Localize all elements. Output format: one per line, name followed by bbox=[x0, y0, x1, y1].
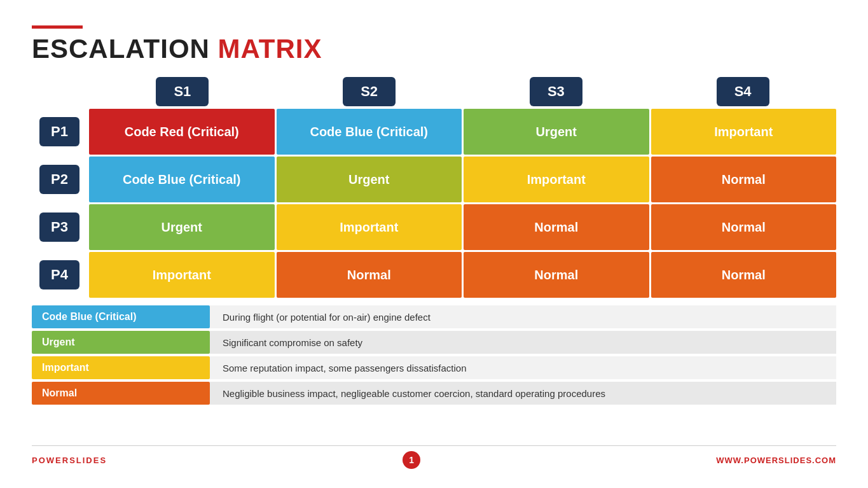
legend-badge-important: Important bbox=[32, 356, 210, 379]
cell-p4-s2: Normal bbox=[277, 252, 462, 298]
col-header-s1: S1 bbox=[89, 77, 276, 106]
footer-page-number: 1 bbox=[403, 451, 420, 469]
legend-row-normal: Normal Negligible business impact, negli… bbox=[32, 382, 836, 405]
p3-label: P3 bbox=[32, 204, 87, 250]
matrix-row-p2: P2 Code Blue (Critical) Urgent Important… bbox=[32, 157, 836, 202]
p2-label: P2 bbox=[32, 157, 87, 202]
legend-badge-urgent: Urgent bbox=[32, 331, 210, 354]
s4-badge: S4 bbox=[717, 77, 769, 106]
p1-label: P1 bbox=[32, 109, 87, 155]
matrix-row-p4: P4 Important Normal Normal Normal bbox=[32, 252, 836, 298]
cell-p1-s4: Important bbox=[651, 109, 837, 155]
cell-p2-s2: Urgent bbox=[277, 157, 462, 202]
legend-badge-normal: Normal bbox=[32, 382, 210, 405]
footer: POWERSLIDES 1 WWW.POWERSLIDES.COM bbox=[32, 445, 836, 469]
cell-p4-s4: Normal bbox=[651, 252, 837, 298]
legend-row-urgent: Urgent Significant compromise on safety bbox=[32, 331, 836, 354]
matrix-row-p3: P3 Urgent Important Normal Normal bbox=[32, 204, 836, 250]
legend-text-normal: Negligible business impact, negligeable … bbox=[210, 382, 836, 405]
legend-section: Code Blue (Critical) During flight (or p… bbox=[32, 305, 836, 405]
legend-text-urgent: Significant compromise on safety bbox=[210, 331, 836, 354]
s1-badge: S1 bbox=[156, 77, 209, 106]
page-title: ESCALATION MATRIX bbox=[32, 34, 836, 64]
header: ESCALATION MATRIX bbox=[32, 25, 836, 64]
cell-p1-s2: Code Blue (Critical) bbox=[277, 109, 462, 155]
p2-badge: P2 bbox=[39, 165, 79, 194]
legend-badge-code-blue: Code Blue (Critical) bbox=[32, 305, 210, 328]
col-header-s4: S4 bbox=[649, 77, 836, 106]
s3-badge: S3 bbox=[530, 77, 582, 106]
footer-url: WWW.POWERSLIDES.COM bbox=[716, 456, 836, 465]
legend-text-code-blue: During flight (or potential for on-air) … bbox=[210, 305, 836, 328]
col-header-s2: S2 bbox=[276, 77, 463, 106]
cell-p3-s1: Urgent bbox=[89, 204, 275, 250]
page: ESCALATION MATRIX S1 S2 S3 S4 P1 bbox=[0, 0, 868, 488]
cell-p2-s3: Important bbox=[464, 157, 649, 202]
title-part2: MATRIX bbox=[218, 34, 322, 64]
matrix-rows: P1 Code Red (Critical) Code Blue (Critic… bbox=[32, 109, 836, 298]
footer-brand-slides: SLIDES bbox=[69, 456, 107, 465]
legend-row-important: Important Some reputation impact, some p… bbox=[32, 356, 836, 379]
cell-p3-s4: Normal bbox=[651, 204, 837, 250]
cell-p2-s4: Normal bbox=[651, 157, 837, 202]
cell-p4-s3: Normal bbox=[464, 252, 649, 298]
p4-badge: P4 bbox=[39, 260, 79, 289]
cell-p1-s3: Urgent bbox=[464, 109, 649, 155]
cell-p4-s1: Important bbox=[89, 252, 275, 298]
col-header-s3: S3 bbox=[463, 77, 650, 106]
footer-brand: POWERSLIDES bbox=[32, 456, 107, 465]
legend-text-important: Some reputation impact, some passengers … bbox=[210, 356, 836, 379]
cell-p1-s1: Code Red (Critical) bbox=[89, 109, 275, 155]
p3-badge: P3 bbox=[39, 213, 79, 242]
cell-p3-s2: Important bbox=[277, 204, 462, 250]
p4-label: P4 bbox=[32, 252, 87, 298]
red-line-decoration bbox=[32, 25, 83, 29]
column-headers: S1 S2 S3 S4 bbox=[89, 77, 836, 106]
matrix-row-p1: P1 Code Red (Critical) Code Blue (Critic… bbox=[32, 109, 836, 155]
p1-badge: P1 bbox=[39, 117, 79, 146]
matrix-section: S1 S2 S3 S4 P1 Code Red (Critical) Code … bbox=[32, 77, 836, 436]
cell-p3-s3: Normal bbox=[464, 204, 649, 250]
s2-badge: S2 bbox=[343, 77, 396, 106]
cell-p2-s1: Code Blue (Critical) bbox=[89, 157, 275, 202]
legend-row-code-blue: Code Blue (Critical) During flight (or p… bbox=[32, 305, 836, 328]
title-part1: ESCALATION bbox=[32, 34, 218, 64]
footer-brand-power: POWER bbox=[32, 456, 69, 465]
